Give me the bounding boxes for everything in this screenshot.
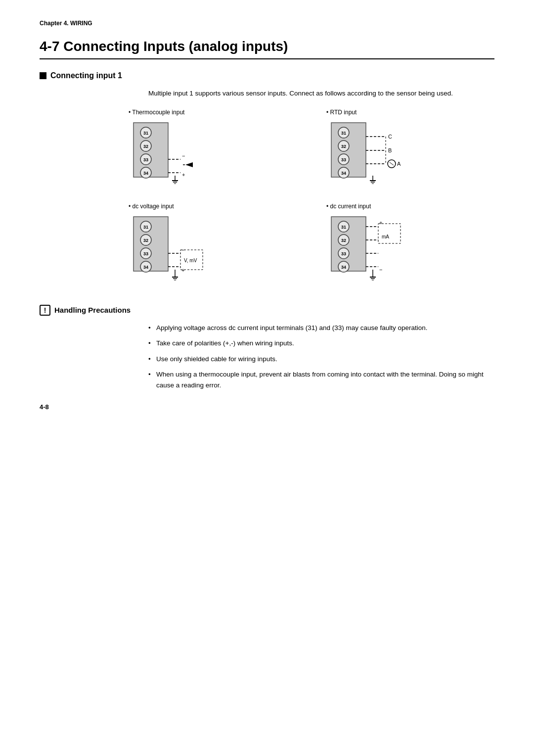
body-text: Multiple input 1 supports various sensor… — [148, 88, 494, 99]
dc-current-svg: 31 32 33 34 + mA — [326, 213, 425, 287]
svg-text:C: C — [388, 134, 392, 140]
rtd-svg: 31 32 33 34 C B — [326, 119, 425, 188]
diagrams-area: Thermocouple input 31 32 33 — [129, 109, 494, 287]
svg-text:31: 31 — [143, 131, 148, 136]
svg-text:−: − — [182, 153, 185, 159]
svg-text:33: 33 — [341, 251, 346, 256]
svg-text:31: 31 — [143, 225, 148, 230]
thermocouple-svg: 31 32 33 34 − — [129, 119, 227, 188]
svg-text:A: A — [397, 161, 401, 167]
precautions-title: ! Handling Precautions — [40, 305, 494, 316]
svg-text:+: + — [182, 172, 185, 178]
subsection-title: Connecting input 1 — [40, 71, 494, 80]
precaution-item-1: Applying voltage across dc current input… — [148, 323, 494, 333]
section-title: 4-7 Connecting Inputs (analog inputs) — [40, 39, 494, 59]
svg-text:+: + — [379, 220, 382, 226]
precautions-title-text: Handling Precautions — [54, 306, 131, 314]
thermocouple-diagram: Thermocouple input 31 32 33 — [129, 109, 297, 188]
thermocouple-label: Thermocouple input — [129, 109, 297, 116]
svg-text:31: 31 — [341, 225, 346, 230]
svg-text:32: 32 — [143, 238, 148, 243]
subsection-label: Connecting input 1 — [50, 71, 122, 80]
svg-text:33: 33 — [341, 157, 346, 162]
precaution-item-2: Take care of polarities (+,-) when wirin… — [148, 338, 494, 349]
dc-voltage-label: dc voltage input — [129, 203, 297, 210]
svg-text:32: 32 — [341, 238, 346, 243]
dc-current-diagram: dc current input 31 32 33 34 — [326, 203, 494, 287]
svg-text:+: + — [181, 267, 184, 273]
svg-text:34: 34 — [143, 265, 148, 270]
section-marker — [40, 72, 46, 79]
svg-text:31: 31 — [341, 131, 346, 136]
precautions-list: Applying voltage across dc current input… — [148, 323, 494, 391]
svg-text:32: 32 — [143, 144, 148, 149]
warning-icon: ! — [40, 305, 50, 316]
svg-text:33: 33 — [143, 157, 148, 162]
precaution-item-3: Use only shielded cable for wiring input… — [148, 354, 494, 365]
dc-voltage-diagram: dc voltage input 31 32 33 34 — [129, 203, 297, 287]
precaution-item-4: When using a thermocouple input, prevent… — [148, 369, 494, 390]
dc-current-label: dc current input — [326, 203, 494, 210]
chapter-header: Chapter 4. WIRING — [40, 20, 494, 29]
svg-text:34: 34 — [341, 265, 346, 270]
rtd-label: RTD input — [326, 109, 494, 116]
svg-line-34 — [390, 162, 394, 165]
svg-text:34: 34 — [143, 171, 148, 176]
svg-text:B: B — [388, 147, 392, 153]
svg-text:V, mV: V, mV — [184, 258, 197, 263]
svg-rect-73 — [378, 224, 400, 243]
rtd-diagram: RTD input 31 32 33 34 — [326, 109, 494, 188]
dc-voltage-svg: 31 32 33 34 − V, — [129, 213, 227, 287]
svg-marker-12 — [185, 162, 193, 167]
precautions-section: ! Handling Precautions Applying voltage … — [40, 305, 494, 391]
svg-text:32: 32 — [341, 144, 346, 149]
svg-text:mA: mA — [382, 234, 389, 239]
page-number: 4-8 — [40, 403, 49, 411]
svg-text:33: 33 — [143, 251, 148, 256]
svg-text:34: 34 — [341, 171, 346, 176]
svg-text:−: − — [379, 267, 382, 273]
